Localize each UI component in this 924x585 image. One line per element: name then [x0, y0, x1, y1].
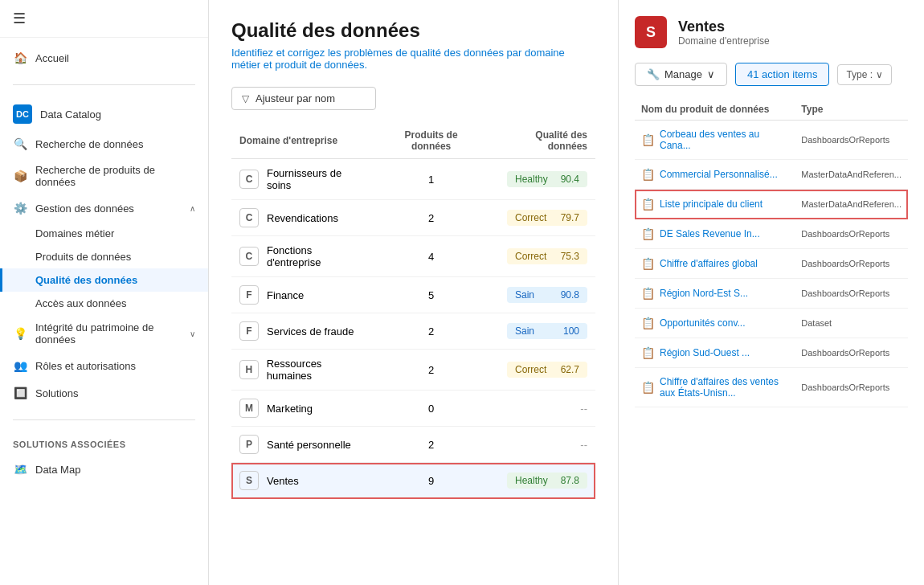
domain-cell: HRessources humaines	[231, 350, 377, 391]
product-type-cell: DashboardsOrReports	[795, 219, 908, 249]
products-count-cell: 2	[377, 200, 486, 236]
domain-badge: C	[239, 247, 259, 266]
product-icon: 📋	[641, 346, 655, 359]
product-name-cell: 📋Région Nord-Est S...	[635, 279, 795, 309]
list-item[interactable]: 📋Corbeau des ventes au Cana...Dashboards…	[635, 121, 908, 160]
sidebar-data-quality-label: Qualité des données	[35, 274, 137, 286]
table-row[interactable]: SVentes9Healthy87.8	[231, 463, 595, 499]
table-row[interactable]: CFournisseurs de soins1Healthy90.4	[231, 159, 595, 200]
domain-name: Marketing	[267, 403, 313, 415]
domain-badge: H	[239, 360, 259, 379]
action-items-button[interactable]: 41 action items	[735, 63, 829, 86]
left-panel: Qualité des données Identifiez et corrig…	[209, 0, 619, 585]
sidebar-roles-label: Rôles et autorisations	[35, 360, 136, 372]
sidebar-item-roles[interactable]: 👥 Rôles et autorisations	[0, 352, 208, 379]
sidebar-item-data-management[interactable]: ⚙️ Gestion des données ∧	[0, 194, 208, 222]
sidebar-domains-label: Domaines métier	[35, 227, 114, 239]
sidebar-item-products[interactable]: Produits de données	[0, 245, 208, 268]
type-filter-label: Type :	[846, 69, 873, 80]
manage-chevron-icon: ∨	[707, 68, 715, 80]
sidebar-item-data-map[interactable]: 🗺️ Data Map	[0, 456, 208, 483]
sidebar: ☰ 🏠 Accueil DC Data Catalog 🔍 Recherche …	[0, 0, 209, 585]
type-chevron-icon: ∨	[876, 69, 883, 80]
sidebar-item-data-quality[interactable]: Qualité des données	[0, 268, 208, 292]
product-name[interactable]: Opportunités conv...	[660, 317, 746, 329]
quality-badge: Correct62.7	[507, 362, 587, 378]
search-products-icon: 📦	[13, 169, 27, 183]
list-item[interactable]: 📋Région Nord-Est S...DashboardsOrReports	[635, 279, 908, 309]
data-integrity-icon: 💡	[13, 326, 27, 341]
sidebar-item-data-integrity[interactable]: 💡 Intégrité du patrimoine de données ∨	[0, 315, 208, 352]
filter-input[interactable]: ▽ Ajusteur par nom	[231, 87, 376, 110]
quality-badge: Correct79.7	[507, 210, 587, 226]
quality-label: Sain	[515, 325, 534, 337]
product-name[interactable]: Corbeau des ventes au Cana...	[660, 129, 788, 151]
sidebar-item-domains[interactable]: Domaines métier	[0, 222, 208, 245]
table-row[interactable]: FServices de fraude2Sain100	[231, 313, 595, 350]
list-item[interactable]: 📋Opportunités conv...Dataset	[635, 309, 908, 338]
domain-info: Ventes Domaine d'entreprise	[678, 18, 770, 47]
domain-name: Ventes	[267, 475, 299, 487]
product-name[interactable]: Chiffre d'affaires des ventes aux États-…	[660, 376, 788, 399]
quality-value: 87.8	[561, 475, 579, 486]
list-item[interactable]: 📋Liste principale du clientMasterDataAnd…	[635, 190, 908, 219]
quality-cell: Sain100	[485, 313, 595, 350]
quality-value: 90.8	[561, 289, 579, 301]
sidebar-catalog-label: Data Catalog	[40, 108, 101, 121]
table-header-row: Domaine d'entreprise Produits de données…	[231, 123, 595, 159]
domain-badge: C	[239, 208, 259, 227]
product-type: DashboardsOrReports	[801, 229, 889, 239]
product-name[interactable]: Commercial Personnalisé...	[660, 169, 778, 180]
table-row[interactable]: PSanté personnelle2--	[231, 427, 595, 463]
sidebar-data-access-label: Accès aux données	[35, 297, 126, 309]
domain-name: Revendications	[267, 212, 338, 224]
wrench-icon: 🔧	[647, 68, 660, 80]
list-item[interactable]: 📋Commercial Personnalisé...MasterDataAnd…	[635, 160, 908, 190]
quality-cell: --	[485, 391, 595, 427]
domain-badge: C	[239, 170, 259, 189]
domain-type: Domaine d'entreprise	[678, 35, 770, 47]
products-count-cell: 5	[377, 277, 486, 313]
product-name[interactable]: Région Nord-Est S...	[660, 288, 748, 299]
sidebar-associated-section: Solutions associées 🗺️ Data Map	[0, 427, 208, 489]
type-filter[interactable]: Type : ∨	[837, 64, 892, 85]
product-name[interactable]: Chiffre d'affaires global	[660, 258, 758, 269]
sidebar-item-search-data[interactable]: 🔍 Recherche de données	[0, 130, 208, 158]
quality-label: Correct	[515, 251, 546, 262]
hamburger-icon[interactable]: ☰	[13, 10, 26, 27]
roles-icon: 👥	[13, 358, 27, 373]
quality-cell: Sain90.8	[485, 277, 595, 313]
list-item[interactable]: 📋DE Sales Revenue In...DashboardsOrRepor…	[635, 219, 908, 249]
table-row[interactable]: CFonctions d'entreprise4Correct75.3	[231, 236, 595, 277]
products-count-cell: 9	[377, 463, 486, 499]
domain-avatar: S	[635, 16, 667, 48]
products-count-cell: 1	[377, 159, 486, 200]
table-row[interactable]: MMarketing0--	[231, 391, 595, 427]
list-item[interactable]: 📋Chiffre d'affaires globalDashboardsOrRe…	[635, 249, 908, 279]
product-name[interactable]: Région Sud-Ouest ...	[660, 347, 750, 358]
page-subtitle: Identifiez et corrigez les problèmes de …	[231, 47, 595, 71]
domain-badge: F	[239, 321, 259, 341]
product-type: DashboardsOrReports	[801, 348, 889, 358]
table-row[interactable]: FFinance5Sain90.8	[231, 277, 595, 313]
quality-label: Correct	[515, 212, 546, 223]
list-item[interactable]: 📋Chiffre d'affaires des ventes aux États…	[635, 368, 908, 407]
table-row[interactable]: CRevendications2Correct79.7	[231, 200, 595, 236]
products-count-cell: 0	[377, 391, 486, 427]
quality-value: 75.3	[561, 251, 579, 262]
product-name[interactable]: DE Sales Revenue In...	[660, 228, 760, 239]
list-item[interactable]: 📋Région Sud-Ouest ...DashboardsOrReports	[635, 338, 908, 368]
table-row[interactable]: HRessources humaines2Correct62.7	[231, 350, 595, 391]
sidebar-item-data-access[interactable]: Accès aux données	[0, 292, 208, 315]
sidebar-item-home[interactable]: 🏠 Accueil	[0, 44, 208, 72]
manage-button[interactable]: 🔧 Manage ∨	[635, 63, 727, 86]
product-type-cell: DashboardsOrReports	[795, 368, 908, 407]
sidebar-item-catalog[interactable]: DC Data Catalog	[0, 98, 208, 130]
product-name[interactable]: Liste principale du client	[660, 198, 763, 210]
sidebar-item-solutions[interactable]: 🔲 Solutions	[0, 379, 208, 407]
solutions-icon: 🔲	[13, 386, 27, 400]
sidebar-item-search-products[interactable]: 📦 Recherche de produits de données	[0, 158, 208, 194]
manage-label: Manage	[664, 68, 702, 80]
domain-cell: SVentes	[231, 463, 377, 499]
quality-badge: Sain90.8	[507, 287, 587, 303]
